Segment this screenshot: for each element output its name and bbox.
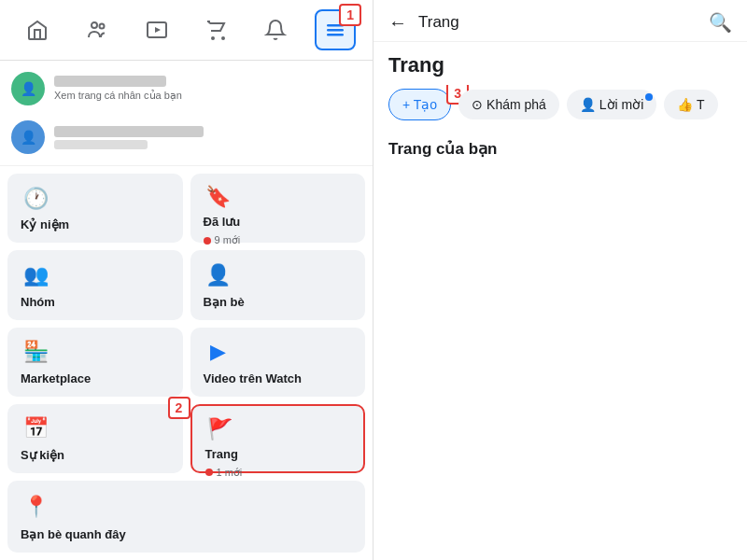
annotation-1: 1: [339, 4, 361, 26]
profile-name-1: [54, 76, 166, 87]
menu-item-nhom[interactable]: 👥 Nhóm: [7, 250, 183, 319]
nav-menu[interactable]: 1: [315, 9, 356, 50]
tab-loi-moi-label: 👤 Lời mời: [580, 97, 643, 112]
menu-item-trang[interactable]: 🚩 Trang 1 mới: [190, 404, 366, 473]
da-luu-badge: 9 mới: [204, 234, 353, 246]
profile-text-1: Xem trang cá nhân của bạn: [54, 76, 182, 102]
su-kien-icon: 📅: [21, 415, 50, 442]
svg-rect-7: [327, 29, 344, 32]
svg-rect-8: [327, 34, 344, 36]
top-nav: 1: [0, 0, 373, 61]
tab-kham-pha-label: ⊙ Khám phá: [472, 97, 546, 112]
annotation-2: 2: [168, 397, 190, 419]
trang-badge: 1 mới: [205, 467, 351, 479]
ky-niem-icon: 🕐: [21, 185, 50, 212]
nav-watch[interactable]: [136, 9, 177, 50]
marketplace-icon: 🏪: [21, 339, 50, 366]
nav-friends[interactable]: [77, 9, 118, 50]
nhom-icon: 👥: [21, 261, 50, 288]
svg-point-4: [212, 37, 214, 39]
menu-item-video-watch[interactable]: ▶ Video trên Watch: [190, 328, 366, 397]
menu-item-marketplace[interactable]: 🏪 Marketplace: [7, 328, 183, 397]
video-watch-icon: ▶: [204, 339, 233, 366]
search-icon[interactable]: 🔍: [709, 11, 732, 34]
menu-item-ban-be[interactable]: 👤 Bạn bè: [190, 250, 366, 319]
ban-be-icon: 👤: [204, 261, 233, 288]
video-watch-label: Video trên Watch: [204, 371, 353, 385]
trang-label: Trang: [205, 447, 351, 461]
section-title: Trang của bạn: [374, 128, 747, 166]
marketplace-label: Marketplace: [21, 371, 170, 385]
right-header-title: Trang: [418, 13, 459, 32]
su-kien-label: Sự kiện: [21, 448, 170, 462]
avatar-1: 👤: [11, 72, 45, 105]
svg-point-0: [92, 22, 97, 28]
profile-sub-2: [54, 140, 148, 149]
ban-be-quanh-day-label: Bạn bè quanh đây: [21, 527, 352, 541]
profile-name-2: [54, 126, 204, 137]
page-title: Trang: [374, 42, 747, 85]
svg-point-5: [222, 37, 224, 39]
da-luu-dot: [204, 237, 211, 245]
nav-home[interactable]: [17, 9, 58, 50]
profile-item-1[interactable]: 👤 Xem trang cá nhân của bạn: [7, 64, 365, 113]
menu-item-su-kien[interactable]: 2 📅 Sự kiện: [7, 404, 183, 473]
trang-icon: 🚩: [205, 417, 235, 441]
trang-dot: [205, 469, 213, 476]
da-luu-label: Đã lưu: [204, 215, 353, 229]
loi-moi-dot: [645, 93, 653, 101]
svg-marker-3: [155, 27, 161, 33]
ky-niem-label: Kỷ niệm: [21, 217, 170, 231]
menu-item-ky-niem[interactable]: 🕐 Kỷ niệm: [7, 174, 183, 243]
profile-sub-1: Xem trang cá nhân của bạn: [54, 90, 182, 102]
left-panel: 1 👤 Xem trang cá nhân của bạn 👤 🕐 Kỷ niệ…: [0, 0, 374, 560]
svg-point-1: [99, 24, 104, 29]
tab-kham-pha[interactable]: ⊙ Khám phá: [458, 90, 559, 119]
tab-yeu-thich-label: 👍 T: [677, 97, 704, 112]
ban-be-quanh-day-icon: 📍: [21, 492, 50, 522]
tab-tao[interactable]: + Tạo 3: [388, 89, 451, 120]
nav-notifications[interactable]: [255, 9, 296, 50]
menu-item-da-luu[interactable]: 🔖 Đã lưu 9 mới: [190, 174, 366, 243]
right-header: ← Trang 🔍: [374, 0, 747, 42]
profile-text-2: [54, 126, 204, 149]
avatar-2: 👤: [11, 120, 45, 154]
nhom-label: Nhóm: [21, 295, 170, 309]
nav-marketplace[interactable]: [195, 9, 236, 50]
profile-item-2[interactable]: 👤: [7, 113, 365, 161]
back-button[interactable]: ←: [388, 12, 407, 34]
right-header-left: ← Trang: [388, 12, 459, 34]
da-luu-icon: 🔖: [204, 185, 233, 209]
tab-tao-label: + Tạo: [402, 97, 437, 112]
menu-grid: 🕐 Kỷ niệm 🔖 Đã lưu 9 mới 👥 Nhóm 👤 Bạn bè…: [0, 166, 373, 481]
profile-section: 👤 Xem trang cá nhân của bạn 👤: [0, 61, 373, 166]
tab-yeu-thich[interactable]: 👍 T: [664, 90, 717, 119]
menu-item-ban-be-quanh-day[interactable]: 📍 Bạn bè quanh đây: [7, 481, 365, 553]
ban-be-label: Bạn bè: [204, 295, 353, 309]
right-panel: ← Trang 🔍 Trang + Tạo 3 ⊙ Khám phá 👤 Lời…: [374, 0, 747, 560]
tabs-row: + Tạo 3 ⊙ Khám phá 👤 Lời mời 👍 T: [374, 85, 747, 128]
tab-loi-moi[interactable]: 👤 Lời mời: [567, 90, 656, 119]
